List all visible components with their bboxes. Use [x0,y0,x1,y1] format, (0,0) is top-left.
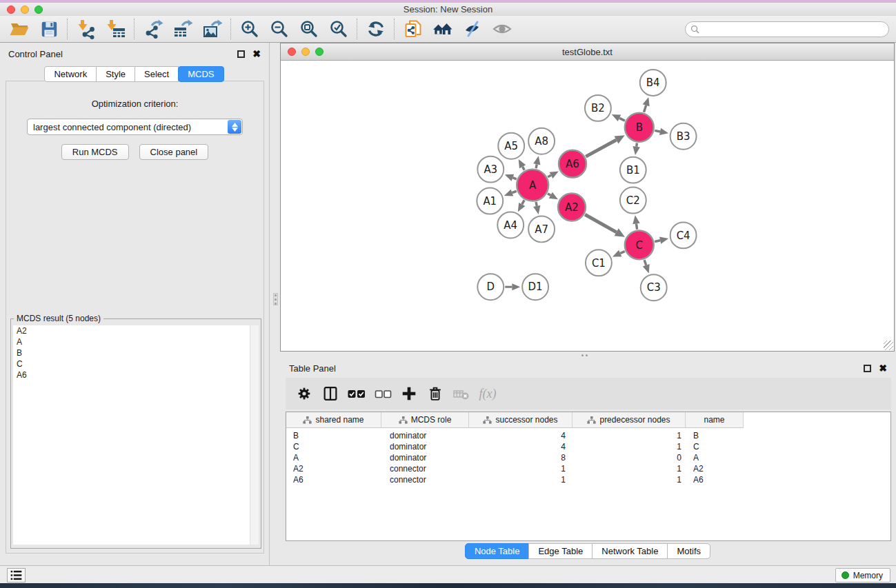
tab-node-table[interactable]: Node Table [465,543,530,559]
graph-edge-A-A3[interactable] [512,178,516,179]
memory-button[interactable]: Memory [835,568,890,582]
graph-edge-A-A1[interactable] [512,191,516,192]
table-cell-mcds-role[interactable]: connector [381,464,469,474]
float-table-panel-icon[interactable] [864,365,871,372]
table-cell-mcds-role[interactable]: dominator [381,431,469,440]
graph-edge-A-A2[interactable] [548,194,550,195]
table-cell-name[interactable]: A2 [686,464,744,474]
mcds-result-item[interactable]: A6 [13,369,259,381]
show-columns-button[interactable] [317,381,344,407]
select-all-button[interactable] [344,381,370,407]
table-cell-successor-nodes[interactable]: 1 [469,464,573,474]
mcds-result-item[interactable]: C [13,358,259,369]
table-cell-predecessor-nodes[interactable]: 1 [573,475,686,485]
select-stepper-icon[interactable] [228,120,241,134]
horizontal-splitter-handle[interactable] [578,353,590,357]
table-cell-shared-name[interactable]: A2 [286,464,381,474]
import-network-button[interactable] [71,17,101,41]
resize-grip-icon[interactable] [884,341,893,350]
save-session-button[interactable] [34,17,63,41]
graph-edge-B-B3[interactable] [655,130,660,132]
table-cell-shared-name[interactable]: A6 [286,475,381,485]
tab-mcds[interactable]: MCDS [178,66,223,82]
clone-network-button[interactable] [398,17,428,41]
open-session-button[interactable] [4,17,34,41]
home-overview-button[interactable] [428,17,457,41]
list-scrollbar[interactable] [250,325,259,545]
network-window-titlebar[interactable]: testGlobe.txt [281,43,894,61]
graph-edge-A2-C[interactable] [585,214,617,232]
graph-edge-A-A8[interactable] [536,164,537,168]
column-header-shared-name[interactable]: shared name [286,412,381,428]
table-cell-predecessor-nodes[interactable]: 1 [573,442,686,452]
table-row[interactable]: Cdominator41C [286,441,890,452]
zoom-fit-button[interactable] [294,17,323,41]
close-panel-icon[interactable]: ✖ [252,50,261,58]
table-row[interactable]: Adominator80A [286,452,890,463]
table-cell-name[interactable]: C [686,442,744,452]
panel-splitter-handle[interactable] [273,293,278,305]
graph-edge-A6-B[interactable] [586,140,616,156]
delete-table-button[interactable] [448,381,475,407]
column-header-successor-nodes[interactable]: successor nodes [469,412,573,428]
close-table-panel-icon[interactable]: ✖ [879,365,887,372]
import-table-button[interactable] [101,17,130,41]
graph-edge-A-A4[interactable] [522,200,524,204]
graph-edge-C-C3[interactable] [644,260,646,265]
column-header-predecessor-nodes[interactable]: predecessor nodes [573,412,686,428]
mcds-result-item[interactable]: B [13,347,259,358]
zoom-selected-button[interactable] [323,17,353,41]
function-builder-button[interactable]: f(x) [475,381,501,407]
graph-edge-A-A6[interactable] [548,175,551,177]
show-hide-details-button[interactable] [457,17,487,41]
run-mcds-button[interactable]: Run MCDS [61,144,129,160]
graph-edge-C-C1[interactable] [620,252,625,254]
tab-edge-table[interactable]: Edge Table [528,543,593,559]
task-history-button[interactable] [7,568,26,582]
graph-edge-A-A5[interactable] [523,167,525,170]
table-cell-shared-name[interactable]: A [286,453,381,463]
create-column-button[interactable] [396,381,422,407]
table-cell-successor-nodes[interactable]: 8 [469,453,573,463]
graph-edge-A-A7[interactable] [536,202,537,206]
criterion-select[interactable]: largest connected component (directed) [27,119,243,135]
graph-edge-B-B1[interactable] [637,143,637,146]
table-cell-shared-name[interactable]: C [286,442,381,452]
table-cell-successor-nodes[interactable]: 4 [469,431,573,440]
graph-edge-B-B4[interactable] [644,105,646,112]
table-cell-name[interactable]: B [686,431,744,440]
export-image-button[interactable] [197,17,227,41]
tab-network[interactable]: Network [44,66,97,82]
table-cell-predecessor-nodes[interactable]: 0 [573,453,686,463]
search-input[interactable] [702,23,888,36]
table-cell-mcds-role[interactable]: connector [381,475,469,485]
table-mode-button[interactable] [291,381,317,407]
network-graph[interactable]: B4B2BB3A8A5A6B1A3AA1C2A2A4A7C4CC1DD1C3 [281,61,894,351]
mcds-result-item[interactable]: A2 [13,325,259,336]
column-header-mcds-role[interactable]: MCDS role [381,412,469,428]
table-row[interactable]: A6connector11A6 [286,474,890,485]
zoom-in-button[interactable] [235,17,264,41]
tab-style[interactable]: Style [96,66,135,82]
table-cell-name[interactable]: A [686,453,744,463]
delete-columns-button[interactable] [422,381,448,407]
close-panel-button[interactable]: Close panel [139,144,209,160]
tab-network-table[interactable]: Network Table [592,543,668,559]
column-header-name[interactable]: name [686,412,744,428]
birds-eye-view-button[interactable] [487,17,517,41]
graph-edge-C-C4[interactable] [655,241,660,242]
mcds-result-list[interactable]: A2ABCA6 [13,325,259,545]
table-cell-predecessor-nodes[interactable]: 1 [573,431,686,440]
zoom-out-button[interactable] [264,17,294,41]
table-cell-mcds-role[interactable]: dominator [381,442,469,452]
table-cell-successor-nodes[interactable]: 4 [469,442,573,452]
refresh-layout-button[interactable] [361,17,390,41]
tab-select[interactable]: Select [135,66,179,82]
table-cell-shared-name[interactable]: B [286,431,381,440]
float-panel-icon[interactable] [237,50,245,58]
network-canvas[interactable]: B4B2BB3A8A5A6B1A3AA1C2A2A4A7C4CC1DD1C3 [281,61,894,351]
export-network-button[interactable] [138,17,168,41]
graph-edge-B-B2[interactable] [619,118,625,121]
mcds-result-item[interactable]: A [13,336,259,347]
tab-motifs[interactable]: Motifs [667,543,710,559]
